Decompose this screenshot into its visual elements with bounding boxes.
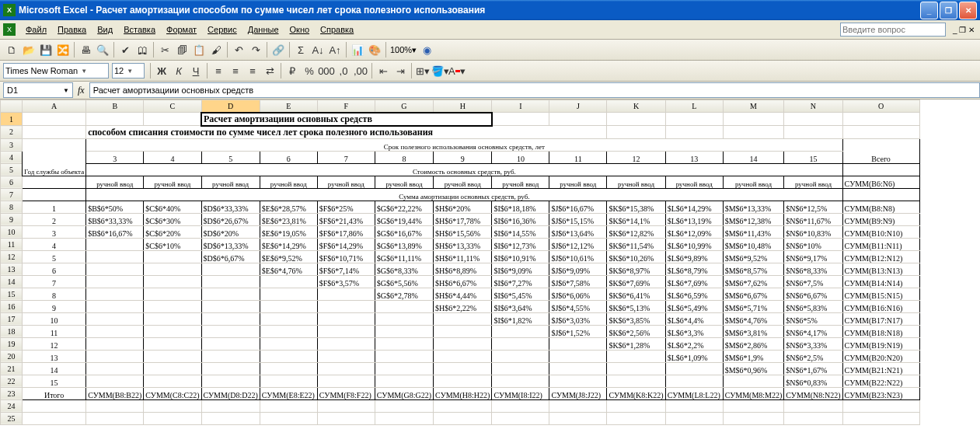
cell-J20[interactable] bbox=[549, 350, 607, 362]
cell-B22[interactable] bbox=[86, 375, 144, 387]
cell-G15[interactable]: $G$6*2,78% bbox=[375, 288, 433, 300]
cell-L9[interactable]: $L$6*13,19% bbox=[665, 213, 723, 225]
col-header-N[interactable]: N bbox=[784, 100, 842, 113]
cell-N17[interactable]: $N$6*5% bbox=[784, 312, 842, 325]
cell-I22[interactable] bbox=[492, 375, 549, 387]
font-name-combo[interactable]: Times New Roman▼ bbox=[3, 63, 109, 78]
cell-G21[interactable] bbox=[375, 362, 433, 375]
cell-N18[interactable]: $N$6*4,17% bbox=[784, 325, 842, 337]
cell-N20[interactable]: $N$6*2,5% bbox=[784, 350, 842, 362]
row-header-10[interactable]: 10 bbox=[1, 225, 23, 238]
cell-E12[interactable]: $E$6*9,52% bbox=[260, 250, 317, 263]
name-box[interactable]: D1▼ bbox=[3, 82, 73, 98]
open-icon[interactable]: 📂 bbox=[20, 41, 37, 58]
cell-I15[interactable]: $I$6*5,45% bbox=[492, 288, 549, 300]
inc-indent-icon[interactable]: ⇥ bbox=[392, 62, 409, 79]
col-header-G[interactable]: G bbox=[375, 100, 433, 113]
underline-icon[interactable]: Ч bbox=[187, 62, 204, 79]
row-header-7[interactable]: 7 bbox=[1, 188, 23, 201]
cell[interactable] bbox=[842, 163, 919, 176]
cell-K15[interactable]: $K$6*6,41% bbox=[607, 288, 665, 300]
cell-G22[interactable] bbox=[375, 375, 433, 387]
manual-input-7[interactable]: ручной ввод bbox=[492, 176, 549, 188]
col-header-B[interactable]: B bbox=[86, 100, 144, 113]
row-header-24[interactable]: 24 bbox=[1, 399, 23, 412]
cell-C17[interactable] bbox=[144, 312, 201, 325]
row-header-16[interactable]: 16 bbox=[1, 300, 23, 312]
cell-F15[interactable] bbox=[317, 288, 375, 300]
cell[interactable] bbox=[260, 399, 317, 412]
cell-G9[interactable]: $G$6*19,44% bbox=[375, 213, 433, 225]
cell-E19[interactable] bbox=[260, 337, 317, 350]
cell-F17[interactable] bbox=[317, 312, 375, 325]
cell[interactable] bbox=[607, 113, 665, 126]
cell-N11[interactable]: $N$6*10% bbox=[784, 238, 842, 250]
cell-G20[interactable] bbox=[375, 350, 433, 362]
cell-B1[interactable] bbox=[86, 113, 144, 126]
cell-O21[interactable]: СУММ(B21:N21) bbox=[842, 362, 919, 375]
font-size-combo[interactable]: 12▼ bbox=[112, 63, 145, 78]
cell-D12[interactable]: $D$6*6,67% bbox=[201, 250, 260, 263]
cell[interactable] bbox=[723, 113, 784, 126]
cell-J11[interactable]: $J$6*12,12% bbox=[549, 238, 607, 250]
worksheet-grid[interactable]: ABCDEFGHIJKLMNO1Расчет амортизациии осно… bbox=[0, 99, 980, 443]
cell-L17[interactable]: $L$6*4,4% bbox=[665, 312, 723, 325]
cell-D11[interactable]: $D$6*13,33% bbox=[201, 238, 260, 250]
cell-I20[interactable] bbox=[492, 350, 549, 362]
cell[interactable] bbox=[86, 412, 144, 424]
cell-D14[interactable] bbox=[201, 275, 260, 288]
manual-input-2[interactable]: ручной ввод bbox=[201, 176, 260, 188]
cell-G19[interactable] bbox=[375, 337, 433, 350]
row-header-2[interactable]: 2 bbox=[1, 126, 23, 139]
cell-D19[interactable] bbox=[201, 337, 260, 350]
cell-O16[interactable]: СУММ(B16:N16) bbox=[842, 300, 919, 312]
cell-M11[interactable]: $M$6*10,48% bbox=[723, 238, 784, 250]
save-icon[interactable]: 💾 bbox=[37, 41, 54, 58]
cell-I18[interactable] bbox=[492, 325, 549, 337]
cell[interactable] bbox=[23, 188, 86, 201]
cell-B8[interactable]: $B$6*50% bbox=[86, 201, 144, 213]
manual-input-0[interactable]: ручной ввод bbox=[86, 176, 144, 188]
cell-M19[interactable]: $M$6*2,86% bbox=[723, 337, 784, 350]
cell-B19[interactable] bbox=[86, 337, 144, 350]
cell[interactable] bbox=[723, 399, 784, 412]
cell-G11[interactable]: $G$6*13,89% bbox=[375, 238, 433, 250]
cell-H13[interactable]: $H$6*8,89% bbox=[434, 263, 492, 275]
manual-input-4[interactable]: ручной ввод bbox=[317, 176, 375, 188]
cell-C21[interactable] bbox=[144, 362, 201, 375]
formula-bar[interactable]: Расчет амортизациии основных средств bbox=[89, 82, 980, 98]
cell-E18[interactable] bbox=[260, 325, 317, 337]
cell-E14[interactable] bbox=[260, 275, 317, 288]
cell-K19[interactable]: $K$6*1,28% bbox=[607, 337, 665, 350]
cell-C15[interactable] bbox=[144, 288, 201, 300]
cell-O8[interactable]: СУММ(B8:N8) bbox=[842, 201, 919, 213]
drawing-icon[interactable]: 🎨 bbox=[366, 41, 383, 58]
cell-F9[interactable]: $F$6*21,43% bbox=[317, 213, 375, 225]
copy-icon[interactable]: 🗐 bbox=[173, 41, 190, 58]
cell-F21[interactable] bbox=[317, 362, 375, 375]
cell-D15[interactable] bbox=[201, 288, 260, 300]
cell-M14[interactable]: $M$6*7,62% bbox=[723, 275, 784, 288]
cell[interactable] bbox=[842, 399, 919, 412]
col-header-K[interactable]: K bbox=[607, 100, 665, 113]
cell-E21[interactable] bbox=[260, 362, 317, 375]
row-header-9[interactable]: 9 bbox=[1, 213, 23, 225]
cell-F10[interactable]: $F$6*17,86% bbox=[317, 225, 375, 238]
cell[interactable] bbox=[784, 412, 842, 424]
cell-L11[interactable]: $L$6*10,99% bbox=[665, 238, 723, 250]
cell-N14[interactable]: $N$6*7,5% bbox=[784, 275, 842, 288]
cell-N8[interactable]: $N$6*12,5% bbox=[784, 201, 842, 213]
total-B[interactable]: СУММ(B8:B22) bbox=[86, 387, 144, 399]
cell-J13[interactable]: $J$6*9,09% bbox=[549, 263, 607, 275]
menu-insert[interactable]: Вставка bbox=[118, 23, 161, 37]
cell-K9[interactable]: $K$6*14,1% bbox=[607, 213, 665, 225]
cell[interactable] bbox=[492, 399, 549, 412]
manual-input-8[interactable]: ручной ввод bbox=[549, 176, 607, 188]
total-M[interactable]: СУММ(M8:M22) bbox=[723, 387, 784, 399]
cell-C16[interactable] bbox=[144, 300, 201, 312]
cell[interactable] bbox=[665, 399, 723, 412]
menu-window[interactable]: Окно bbox=[284, 23, 316, 37]
cut-icon[interactable]: ✂ bbox=[156, 41, 173, 58]
cell-G13[interactable]: $G$6*8,33% bbox=[375, 263, 433, 275]
cell-J19[interactable] bbox=[549, 337, 607, 350]
